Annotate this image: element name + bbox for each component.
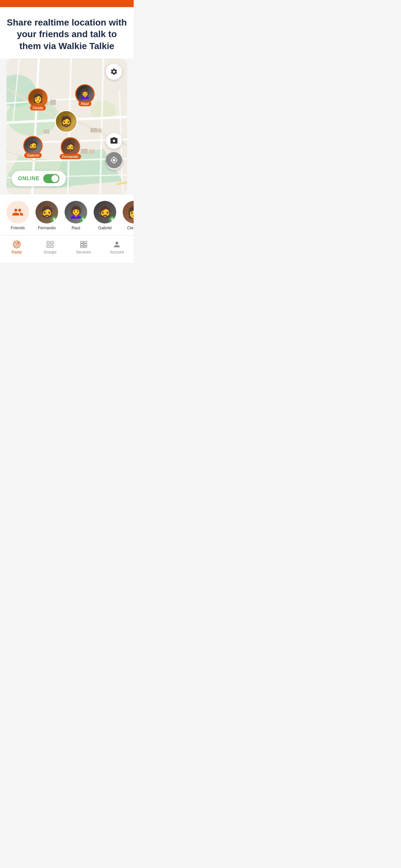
svg-rect-37 <box>47 245 50 248</box>
pin-label-raul: Raul <box>79 101 91 106</box>
account-icon <box>113 240 121 249</box>
nav-item-groups[interactable]: Groups <box>34 238 67 256</box>
pin-label-gabriel: Gabriel <box>24 153 42 158</box>
svg-rect-36 <box>51 241 53 244</box>
toggle-knob <box>51 175 58 182</box>
map-container: 👩 Cleide 👩‍🦱 Raul 🧔 🧔 Gabriel 🧔 Fernando <box>6 58 127 194</box>
friend-name-fernando: Fernando <box>38 225 56 230</box>
friend-avatar-cleide: 👩 <box>123 201 134 223</box>
friend-name-all: Friends <box>11 225 25 230</box>
settings-button[interactable] <box>106 64 122 80</box>
location-badge-raul <box>80 216 87 223</box>
svg-rect-40 <box>84 241 87 243</box>
online-label: ONLINE <box>18 176 39 182</box>
friend-item-raul[interactable]: 👩‍🦱 Raul <box>61 199 90 231</box>
svg-rect-23 <box>43 129 50 134</box>
camera-icon <box>110 136 118 145</box>
location-icon <box>110 156 118 164</box>
avatar-cleide: 👩 <box>28 89 48 108</box>
svg-rect-25 <box>97 128 102 132</box>
svg-rect-43 <box>81 246 83 248</box>
friend-item-fernando[interactable]: 🧔 Fernando <box>32 199 61 231</box>
location-button[interactable] <box>106 152 122 168</box>
svg-rect-44 <box>84 246 87 248</box>
camera-button[interactable] <box>106 133 122 149</box>
gear-icon <box>110 68 118 75</box>
map-pin-gabriel[interactable]: 🧔 Gabriel <box>23 136 42 158</box>
status-bar <box>0 0 134 7</box>
svg-rect-39 <box>81 241 83 243</box>
avatar-raul: 👩‍🦱 <box>75 84 95 104</box>
map-pin-fernando[interactable]: 🧔 Fernando <box>60 137 81 159</box>
friends-section: Friends 🧔 Fernando 👩‍🦱 Raul <box>0 194 134 236</box>
nav-label-services: Services <box>76 250 91 254</box>
nav-label-account: Account <box>110 250 124 254</box>
pin-label-cleide: Cleide <box>30 105 46 111</box>
friend-item-cleide[interactable]: 👩 Cleid… <box>120 199 134 231</box>
map-pin-raul[interactable]: 👩‍🦱 Raul <box>75 84 95 106</box>
toggle-switch[interactable] <box>43 174 59 183</box>
radar-icon <box>12 240 21 249</box>
svg-rect-27 <box>89 150 95 154</box>
friend-item-gabriel[interactable]: 🧔 Gabriel <box>90 199 120 231</box>
friend-name-raul: Raul <box>72 225 81 230</box>
friends-scroll: Friends 🧔 Fernando 👩‍🦱 Raul <box>0 199 134 231</box>
svg-rect-42 <box>84 244 87 245</box>
nav-label-groups: Groups <box>44 250 57 254</box>
friend-avatar-fernando: 🧔 <box>35 201 58 223</box>
friend-name-gabriel: Gabriel <box>98 225 112 230</box>
svg-rect-24 <box>90 128 97 132</box>
friend-item-all[interactable]: Friends <box>3 199 32 231</box>
svg-rect-35 <box>47 241 50 244</box>
svg-rect-26 <box>81 149 88 154</box>
nav-item-account[interactable]: Account <box>100 238 134 256</box>
services-icon <box>80 240 88 249</box>
friend-name-cleide: Cleid… <box>127 225 134 230</box>
friends-icon <box>12 206 24 218</box>
location-badge-fernando <box>51 216 58 223</box>
map-pin-self[interactable]: 🧔 <box>55 110 78 133</box>
friend-avatar-raul: 👩‍🦱 <box>65 201 87 223</box>
nav-item-radar[interactable]: Radar <box>0 238 34 256</box>
friend-avatar-gabriel: 🧔 <box>94 201 116 223</box>
header-area: Share realtime location with your friend… <box>0 7 134 58</box>
svg-point-34 <box>16 244 18 245</box>
svg-rect-38 <box>51 245 53 248</box>
friends-icon-avatar <box>6 201 29 223</box>
svg-rect-41 <box>81 244 83 245</box>
map-pin-cleide[interactable]: 👩 Cleide <box>28 89 48 111</box>
online-toggle[interactable]: ONLINE <box>11 171 66 186</box>
avatar-fernando: 🧔 <box>61 137 80 157</box>
svg-rect-20 <box>50 100 56 105</box>
groups-icon <box>46 240 54 249</box>
bottom-nav: Radar Groups Services Account <box>0 236 134 263</box>
location-badge-gabriel <box>109 216 116 223</box>
page-title: Share realtime location with your friend… <box>6 17 127 52</box>
avatar-self: 🧔 <box>55 110 78 133</box>
avatar-gabriel: 🧔 <box>23 136 42 155</box>
pin-label-fernando: Fernando <box>60 154 81 159</box>
nav-item-services[interactable]: Services <box>67 238 100 256</box>
nav-label-radar: Radar <box>11 250 22 254</box>
